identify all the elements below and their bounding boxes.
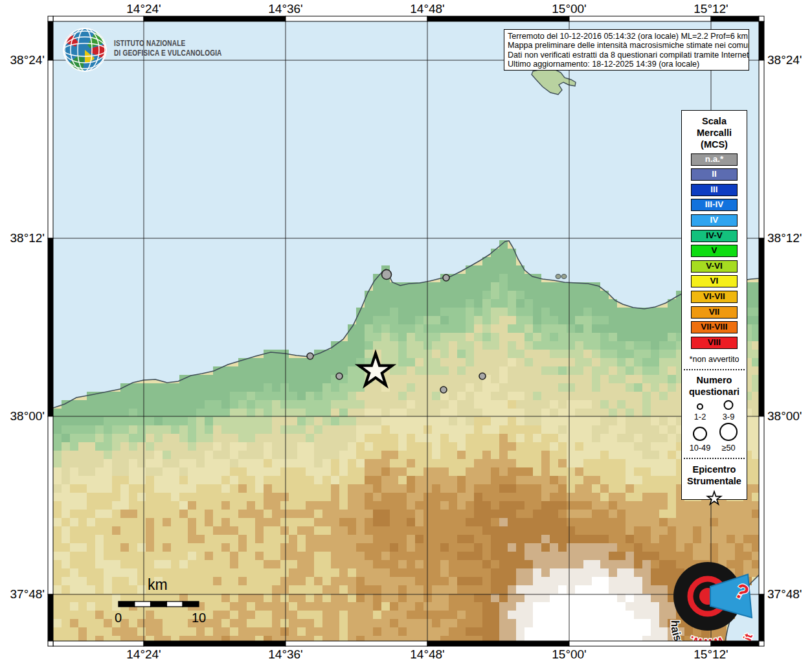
mercalli-scale-item-vi-vii: VI-VII bbox=[691, 291, 738, 303]
lat-label-right: 38°00' bbox=[767, 409, 802, 423]
scalebar-start: 0 bbox=[115, 611, 122, 625]
mercalli-scale-items: n.a.*IIIIIIII-IVIVIV-VVV-VIVIVI-VIIVIIVI… bbox=[682, 153, 747, 349]
event-title-line3: Dati non verificati estratti da 8 questi… bbox=[508, 51, 745, 60]
mercalli-scale-item-v: V bbox=[691, 245, 738, 257]
legend-title-line3: (MCS) bbox=[682, 139, 747, 150]
epicenter-title-line1: Epicentro bbox=[682, 464, 747, 475]
questionnaire-point bbox=[382, 270, 392, 280]
mercalli-scale-item-vii-viii: VII-VIII bbox=[691, 321, 738, 333]
lon-label-bottom: 14°48' bbox=[410, 647, 445, 662]
lon-label-top: 15°00' bbox=[552, 2, 587, 16]
mercalli-scale-item-vi: VI bbox=[691, 275, 738, 287]
questionnaires-title-line2: questionari bbox=[682, 386, 747, 398]
epicenter-star-icon bbox=[682, 489, 747, 509]
islet bbox=[556, 275, 561, 279]
mercalli-scale-item-n.a.*: n.a.* bbox=[691, 153, 738, 166]
lon-label-bottom: 14°36' bbox=[268, 647, 303, 662]
legend-divider-1 bbox=[684, 369, 745, 370]
size-class-1-2: 1-2 bbox=[686, 399, 714, 421]
event-title-line4: Ultimo aggiornamento: 18-12-2025 14:39 (… bbox=[508, 60, 745, 69]
mercalli-scale-item-iii-iv: III-IV bbox=[691, 199, 738, 211]
scalebar bbox=[118, 601, 199, 607]
mercalli-scale-item-ii: II bbox=[691, 168, 738, 181]
mercalli-scale-item-viii: VIII bbox=[691, 337, 738, 349]
lon-label-top: 14°24' bbox=[126, 2, 161, 16]
lon-label-bottom: 15°00' bbox=[552, 647, 587, 662]
mercalli-scale-item-iii: III bbox=[691, 184, 738, 196]
questionnaire-circle-icon bbox=[690, 425, 710, 442]
event-title-box: Terremoto del 10-12-2016 05:14:32 (ora l… bbox=[504, 29, 749, 71]
size-class-≥50: ≥50 bbox=[714, 421, 743, 453]
questionnaire-point bbox=[440, 387, 447, 393]
islet bbox=[561, 275, 567, 279]
lon-label-bottom: 15°12' bbox=[694, 647, 728, 662]
ingv-logo-line1: ISTITUTO NAZIONALE bbox=[114, 39, 222, 49]
ingv-globe-icon bbox=[63, 28, 106, 71]
questionnaire-point bbox=[479, 373, 486, 379]
size-class-label: 10-49 bbox=[690, 443, 711, 453]
legend: Scala Mercalli (MCS) n.a.*IIIIIIII-IVIVI… bbox=[681, 110, 747, 500]
size-class-label: 1-2 bbox=[694, 412, 706, 421]
map-layers: haisentitoilterremoto.itwww.? bbox=[53, 21, 760, 663]
lat-label-left: 38°24' bbox=[10, 53, 45, 67]
lat-label-right: 38°12' bbox=[767, 231, 802, 245]
legend-divider-2 bbox=[684, 458, 745, 459]
mercalli-scale-item-vii: VII bbox=[691, 306, 738, 319]
ingv-logo-line2: DI GEOFISICA E VULCANOLOGIA bbox=[114, 49, 222, 58]
lon-label-top: 14°36' bbox=[268, 2, 303, 16]
questionnaires-title-line1: Numero bbox=[682, 374, 747, 386]
lon-label-top: 15°12' bbox=[694, 2, 728, 16]
scalebar-unit: km bbox=[148, 576, 168, 594]
lat-label-right: 38°24' bbox=[767, 53, 802, 67]
mercalli-scale-item-iv: IV bbox=[691, 214, 738, 227]
questionnaire-circle-icon bbox=[719, 421, 738, 442]
lat-label-right: 37°48' bbox=[767, 587, 802, 601]
ingv-macroseismic-map: { "theme": { "sea": "#d5eaf6", "land_bas… bbox=[0, 0, 812, 663]
size-class-label: ≥50 bbox=[721, 443, 735, 453]
lon-label-bottom: 14°24' bbox=[126, 647, 161, 662]
questionnaire-circle-icon bbox=[690, 402, 710, 411]
size-class-label: 3-9 bbox=[723, 412, 735, 421]
legend-footnote: *non avvertito bbox=[682, 355, 747, 364]
event-title-line1: Terremoto del 10-12-2016 05:14:32 (ora l… bbox=[508, 32, 745, 41]
mercalli-scale-item-v-vi: V-VI bbox=[691, 260, 738, 273]
event-title-line2: Mappa preliminare delle intensità macros… bbox=[508, 41, 745, 50]
legend-title-line2: Mercalli bbox=[682, 127, 747, 139]
legend-title-line1: Scala bbox=[682, 111, 747, 127]
questionnaire-size-classes: 1-23-910-49≥50 bbox=[686, 399, 743, 453]
mercalli-scale-item-iv-v: IV-V bbox=[691, 230, 738, 242]
ingv-logo-text: ISTITUTO NAZIONALE DI GEOFISICA E VULCAN… bbox=[114, 39, 222, 58]
scalebar-end: 10 bbox=[192, 611, 206, 625]
size-class-10-49: 10-49 bbox=[686, 421, 714, 453]
lat-label-left: 38°12' bbox=[10, 231, 45, 245]
questionnaire-point bbox=[443, 275, 449, 281]
epicenter-star-glyph bbox=[705, 489, 724, 506]
questionnaire-point bbox=[307, 353, 313, 359]
epicenter-title-line2: Strumentale bbox=[682, 475, 747, 487]
questionnaire-circle-icon bbox=[719, 399, 738, 411]
questionnaire-point bbox=[336, 373, 343, 379]
lon-label-top: 14°48' bbox=[410, 2, 445, 16]
lat-label-left: 38°00' bbox=[10, 409, 45, 423]
lat-label-left: 37°48' bbox=[10, 587, 45, 601]
size-class-3-9: 3-9 bbox=[714, 399, 743, 421]
